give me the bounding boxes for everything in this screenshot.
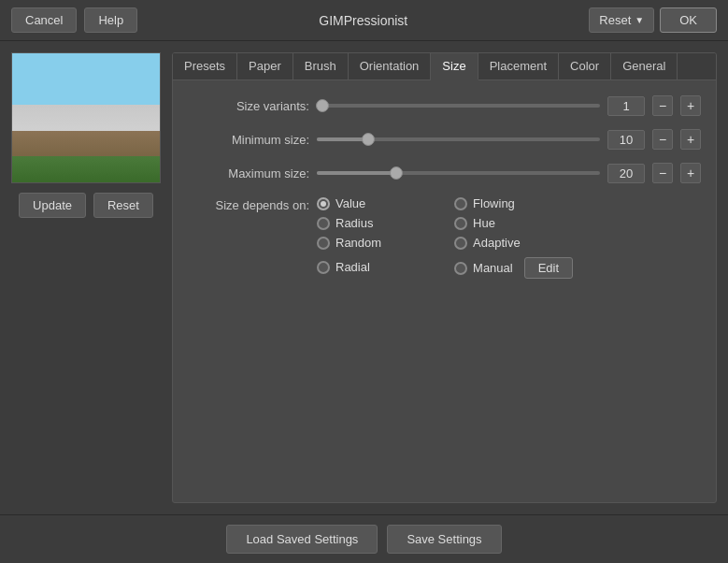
size-variants-increment[interactable]: + xyxy=(680,95,701,116)
reset-button[interactable]: Reset ▼ xyxy=(589,7,654,33)
chevron-down-icon: ▼ xyxy=(635,15,644,25)
minimum-size-decrement[interactable]: − xyxy=(652,129,673,150)
radio-radius[interactable]: Radius xyxy=(317,216,435,230)
size-depends-row: Size depends on: Value Flowing xyxy=(188,196,701,279)
reset-preview-button[interactable]: Reset xyxy=(93,193,153,218)
minimum-size-increment[interactable]: + xyxy=(680,129,701,150)
radio-radial[interactable]: Radial xyxy=(317,255,435,279)
maximum-size-increment[interactable]: + xyxy=(680,163,701,183)
radio-flowing-label: Flowing xyxy=(473,196,515,210)
radio-manual-label: Manual xyxy=(473,261,513,275)
radio-flowing[interactable]: Flowing xyxy=(454,196,573,210)
title-bar: Cancel Help GIMPressionist Reset ▼ OK xyxy=(0,0,728,41)
radio-manual-row: Manual Edit xyxy=(454,257,573,279)
edit-button[interactable]: Edit xyxy=(524,257,573,279)
radio-radial-label: Radial xyxy=(335,260,370,274)
radio-radius-label: Radius xyxy=(335,216,373,230)
tabs: Presets Paper Brush Orientation Size Pla… xyxy=(173,53,716,80)
radio-value[interactable]: Value xyxy=(317,196,435,210)
radio-adaptive-circle xyxy=(454,237,467,250)
title-bar-right: Reset ▼ OK xyxy=(589,7,717,33)
bottom-bar: Load Saved Settings Save Settings xyxy=(0,514,728,563)
size-tab-content: Size variants: − + Minimum size: − + xyxy=(173,80,716,502)
preview-buttons: Update Reset xyxy=(19,193,153,218)
maximum-size-label: Maximum size: xyxy=(188,166,309,180)
radio-value-circle xyxy=(317,197,330,210)
tab-orientation[interactable]: Orientation xyxy=(349,53,432,79)
radio-manual-circle xyxy=(454,262,467,275)
update-button[interactable]: Update xyxy=(19,193,86,218)
help-button[interactable]: Help xyxy=(84,7,137,33)
radio-flowing-circle xyxy=(454,197,467,210)
radio-value-label: Value xyxy=(335,196,365,210)
load-settings-button[interactable]: Load Saved Settings xyxy=(226,525,378,554)
radio-hue[interactable]: Hue xyxy=(454,216,573,230)
cancel-button[interactable]: Cancel xyxy=(11,7,77,33)
save-settings-button[interactable]: Save Settings xyxy=(387,525,501,554)
tab-presets[interactable]: Presets xyxy=(173,53,237,79)
tab-size[interactable]: Size xyxy=(431,53,478,80)
radio-adaptive-label: Adaptive xyxy=(473,236,521,250)
maximum-size-decrement[interactable]: − xyxy=(652,163,673,183)
maximum-size-value[interactable] xyxy=(607,164,645,183)
tab-color[interactable]: Color xyxy=(559,53,611,79)
size-variants-decrement[interactable]: − xyxy=(652,95,673,116)
tab-placement[interactable]: Placement xyxy=(478,53,559,79)
radio-radial-circle xyxy=(317,261,330,274)
size-variants-label: Size variants: xyxy=(188,99,309,113)
size-variants-slider[interactable] xyxy=(317,104,600,108)
radio-random-circle xyxy=(317,237,330,250)
title-bar-left: Cancel Help xyxy=(11,7,137,33)
minimum-size-label: Minimum size: xyxy=(188,133,309,147)
minimum-size-slider[interactable] xyxy=(317,137,600,141)
left-panel: Update Reset xyxy=(11,52,161,503)
radio-random-label: Random xyxy=(335,236,381,250)
radio-adaptive[interactable]: Adaptive xyxy=(454,236,573,250)
radio-grid: Value Flowing Radius xyxy=(317,196,573,279)
tab-general[interactable]: General xyxy=(611,53,678,79)
tab-brush[interactable]: Brush xyxy=(293,53,349,79)
ok-button[interactable]: OK xyxy=(660,7,717,33)
radio-hue-circle xyxy=(454,217,467,230)
minimum-size-row: Minimum size: − + xyxy=(188,129,701,150)
maximum-size-slider[interactable] xyxy=(317,171,600,175)
tab-paper[interactable]: Paper xyxy=(237,53,293,79)
minimum-size-value[interactable] xyxy=(607,130,645,150)
app-title: GIMPressionist xyxy=(137,13,589,28)
preview-image xyxy=(11,52,161,183)
radio-manual[interactable]: Manual xyxy=(454,261,513,275)
size-variants-value[interactable] xyxy=(607,96,645,116)
radio-radius-circle xyxy=(317,217,330,230)
reset-label: Reset xyxy=(599,13,631,27)
maximum-size-row: Maximum size: − + xyxy=(188,163,701,183)
size-depends-label: Size depends on: xyxy=(188,196,309,212)
size-variants-row: Size variants: − + xyxy=(188,95,701,116)
radio-hue-label: Hue xyxy=(473,216,495,230)
radio-options-container: Value Flowing Radius xyxy=(317,196,573,279)
radio-random[interactable]: Random xyxy=(317,236,435,250)
main-content: Update Reset Presets Paper Brush Orienta… xyxy=(0,41,728,514)
preview-thumbnail xyxy=(12,53,160,182)
right-panel: Presets Paper Brush Orientation Size Pla… xyxy=(172,52,717,503)
